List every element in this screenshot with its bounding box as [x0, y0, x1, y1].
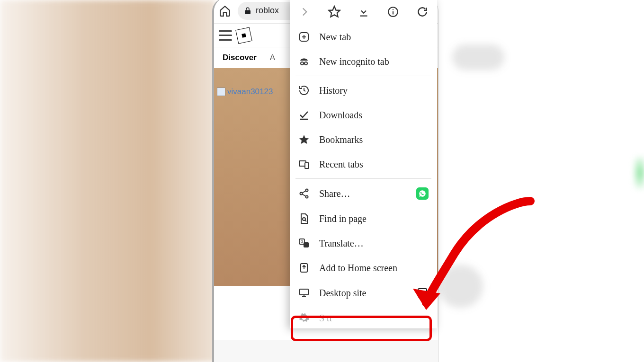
menu-label: Bookmarks	[319, 134, 429, 145]
menu-new-tab[interactable]: New tab	[290, 25, 437, 49]
forward-icon[interactable]	[298, 6, 311, 18]
star-icon[interactable]	[328, 5, 341, 18]
menu-label: New tab	[319, 32, 429, 43]
translate-icon: G	[298, 238, 310, 249]
menu-desktop-site[interactable]: Desktop site	[290, 280, 437, 306]
menu-divider	[295, 178, 431, 179]
menu-recent-tabs[interactable]: Recent tabs	[290, 152, 437, 177]
menu-share[interactable]: Share…	[290, 181, 437, 206]
menu-downloads[interactable]: Downloads	[290, 103, 437, 127]
tab-discover[interactable]: Discover	[223, 53, 257, 62]
menu-label: S tt	[319, 313, 429, 324]
menu-divider	[295, 76, 431, 76]
background-tan	[0, 0, 215, 362]
gear-icon	[298, 312, 310, 324]
menu-bookmarks[interactable]: Bookmarks	[290, 127, 437, 152]
devices-icon	[298, 159, 310, 170]
menu-label: Recent tabs	[319, 159, 429, 170]
reload-icon[interactable]	[416, 6, 429, 18]
avatar-link[interactable]: vivaan30123	[217, 87, 273, 97]
whatsapp-icon	[416, 187, 429, 200]
plus-box-icon	[298, 31, 310, 43]
desktop-site-checkbox[interactable]	[416, 287, 429, 299]
menu-settings-partial[interactable]: S tt	[290, 306, 437, 324]
check-underline-icon	[298, 109, 310, 121]
menu-label: Translate…	[319, 238, 429, 249]
svg-marker-0	[329, 6, 340, 17]
share-icon	[298, 188, 310, 199]
roblox-logo[interactable]	[235, 27, 252, 44]
menu-label: New incognito tab	[319, 56, 429, 67]
browser-overflow-menu: New tab New incognito tab History Downlo…	[290, 0, 437, 328]
avatar-username: vivaan30123	[227, 87, 273, 97]
url-text: roblox	[256, 6, 279, 16]
add-home-icon	[298, 262, 310, 274]
desktop-icon	[298, 287, 310, 299]
tab-partial[interactable]: A	[270, 53, 275, 62]
menu-label: History	[319, 85, 429, 96]
menu-label: Desktop site	[319, 288, 407, 299]
svg-rect-25	[300, 289, 308, 295]
menu-history[interactable]: History	[290, 78, 437, 103]
home-icon[interactable]	[219, 5, 231, 17]
menu-label: Add to Home screen	[319, 263, 429, 274]
download-icon[interactable]	[358, 6, 370, 18]
svg-line-18	[302, 194, 306, 196]
svg-rect-13	[305, 163, 309, 168]
menu-label: Share…	[319, 188, 407, 199]
menu-new-incognito[interactable]: New incognito tab	[290, 49, 437, 74]
svg-text:G: G	[301, 240, 303, 243]
svg-point-3	[393, 9, 394, 10]
svg-rect-22	[304, 242, 309, 247]
avatar-broken-image-icon	[217, 88, 225, 96]
svg-line-20	[305, 220, 306, 221]
svg-point-8	[304, 62, 307, 65]
info-icon[interactable]	[387, 6, 399, 18]
blur-shape	[452, 44, 504, 70]
menu-find-in-page[interactable]: Find in page	[290, 206, 437, 231]
menu-translate[interactable]: G Translate…	[290, 231, 437, 256]
incognito-icon	[298, 56, 310, 67]
blur-shape	[438, 265, 483, 308]
menu-label: Find in page	[319, 213, 429, 224]
blur-shape-green	[635, 156, 644, 189]
history-icon	[298, 85, 310, 96]
find-in-page-icon	[298, 213, 310, 224]
svg-line-17	[302, 191, 306, 193]
star-filled-icon	[298, 134, 310, 145]
menu-iconbar	[290, 0, 437, 25]
hamburger-icon[interactable]	[219, 30, 232, 41]
svg-point-7	[301, 62, 304, 65]
svg-marker-11	[299, 135, 309, 144]
menu-label: Downloads	[319, 110, 429, 121]
menu-add-home[interactable]: Add to Home screen	[290, 256, 437, 280]
